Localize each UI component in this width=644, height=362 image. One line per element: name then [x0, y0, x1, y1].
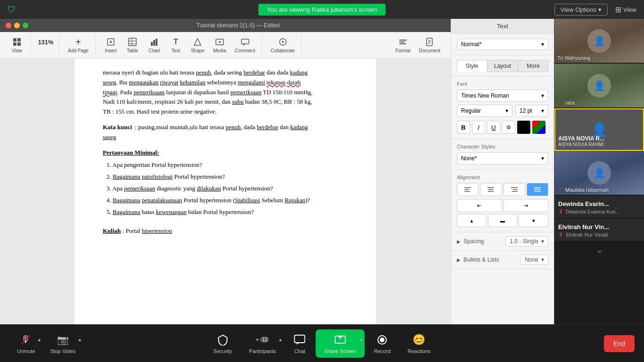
chat-button[interactable]: Chat [286, 329, 314, 358]
tab-more[interactable]: More [518, 60, 548, 72]
svg-point-44 [380, 337, 385, 342]
top-bar-left: 🛡 [8, 5, 17, 14]
format-button[interactable]: Format [392, 35, 414, 55]
bottom-toolbar: 🎙 Unmute ▲ 📷 Stop Video ▲ [0, 324, 644, 362]
participant-card[interactable]: 👤 🎙 Maulidia Istiqomah [554, 151, 644, 196]
name-card-sub: 🎙 Dewinda Evarina Kus... [558, 208, 640, 215]
toolbar-insert-group: Insert Table Chart T Text [98, 35, 262, 55]
top-bar-right: View Options ▾ ⊞ View [554, 4, 636, 16]
strikethrough-button[interactable]: ⚙ [502, 121, 515, 134]
spacing-dropdown[interactable]: 1.0 - Single ▾ [505, 236, 548, 247]
insert-button[interactable]: Insert [100, 35, 121, 55]
align-center-button[interactable] [480, 183, 502, 196]
collaborate-button[interactable]: Collaborate [267, 35, 298, 55]
minimize-window-button[interactable] [14, 23, 20, 28]
text-bottom-button[interactable]: ▼ [519, 214, 548, 227]
comment-button[interactable]: Comment [231, 35, 259, 55]
add-page-icon: + [73, 37, 83, 47]
participants-caret[interactable]: ▲ [276, 333, 285, 346]
participant-card[interactable]: 👤 🎙 rara [554, 64, 644, 108]
align-left-button[interactable] [457, 183, 479, 196]
bullets-toggle[interactable]: ▶ Bullets & Lists None ▾ [451, 251, 554, 269]
font-name-dropdown[interactable]: Times New Roman ▾ [457, 90, 548, 102]
participant-card[interactable]: 👤 Tri Wahyuning [554, 19, 644, 64]
style-section: Normal* ▾ [451, 34, 554, 55]
align-justify-button[interactable] [527, 183, 548, 196]
tab-style[interactable]: Style [457, 60, 487, 72]
window-title: Tutorial skenario 2(1-5) — Edited [31, 22, 445, 29]
participants-icon: 12 [256, 333, 269, 346]
font-section: Font Times New Roman ▾ Regular ▾ 12 pt ▾… [451, 76, 554, 139]
view-icon [12, 37, 22, 47]
tab-layout[interactable]: Layout [487, 60, 518, 72]
toolbar-collaborate-group: Collaborate [264, 35, 302, 55]
shape-icon [192, 37, 203, 47]
underline-button[interactable]: U [487, 121, 500, 134]
indent-increase-button[interactable]: ⇥ [504, 199, 549, 212]
share-screen-caret[interactable]: ▲ [357, 333, 365, 346]
indent-decrease-button[interactable]: ⇤ [457, 199, 502, 212]
mute-indicator: 🎙 [557, 100, 562, 106]
text-toolbar-button[interactable]: T Text [165, 35, 186, 55]
add-page-button[interactable]: + Add Page [64, 35, 92, 55]
security-button[interactable]: Security [206, 329, 240, 358]
media-button[interactable]: Media [209, 35, 230, 55]
zoom-button[interactable]: 131% 131% [35, 35, 56, 55]
chart-button[interactable]: Chart [144, 35, 165, 55]
list-item: 1. Apa pengertian Portal hypertension? [107, 160, 348, 170]
svg-marker-16 [219, 41, 222, 43]
active-participant-subname: AISYA NOVIA RAHMI [558, 142, 640, 147]
shape-button[interactable]: Shape [187, 35, 208, 55]
record-button[interactable]: Record [366, 329, 398, 358]
text-color-swatch[interactable] [517, 121, 530, 134]
zoom-icon: 131% [41, 37, 51, 47]
doc-page[interactable]: merasa nyeri di bagian ulu hati terasa p… [74, 58, 376, 324]
document-icon [424, 37, 435, 47]
document-button[interactable]: Document [415, 35, 444, 55]
font-style-dropdown[interactable]: Regular ▾ [457, 105, 512, 117]
align-right-button[interactable] [504, 183, 525, 196]
participant-card-active[interactable]: 👤 AISYA NOVIA R... AISYA NOVIA RAHMI [554, 108, 644, 151]
comment-icon [240, 37, 250, 47]
name-card-title: Dewinda Evarin... [558, 200, 640, 207]
chevron-down-icon: ⌄ [596, 245, 603, 255]
table-button[interactable]: Table [122, 35, 143, 55]
view-options-button[interactable]: View Options ▾ [554, 4, 608, 16]
participant-name-card[interactable]: Elvitrah Nur Vin... 🎙 Elvitrah Nur Vinsk… [554, 219, 644, 242]
participants-count-badge: 12 [260, 337, 269, 343]
end-button[interactable]: End [604, 335, 635, 352]
view-toolbar-button[interactable]: View [7, 35, 27, 55]
close-window-button[interactable] [6, 23, 11, 28]
font-size-dropdown[interactable]: 12 pt ▾ [515, 105, 548, 117]
bold-button[interactable]: B [457, 121, 470, 134]
participants-group: 12 Participants ▲ [241, 329, 283, 358]
bullets-dropdown[interactable]: None ▾ [520, 255, 548, 265]
char-styles-dropdown[interactable]: None* ▾ [457, 152, 548, 165]
svg-rect-13 [156, 39, 157, 46]
maximize-window-button[interactable] [23, 23, 28, 28]
chat-icon [293, 333, 306, 346]
participant-name-card[interactable]: Dewinda Evarin... 🎙 Dewinda Evarina Kus.… [554, 196, 644, 219]
text-color-multi-swatch[interactable] [532, 121, 545, 134]
toolbar-view-group: View [4, 35, 31, 55]
indent-row: ⇤ ⇥ [457, 199, 548, 212]
stop-video-caret[interactable]: ▲ [75, 333, 84, 346]
text-top-button[interactable]: ▲ [457, 214, 487, 227]
collaborate-icon [278, 37, 288, 47]
reactions-icon: 😊 [413, 333, 426, 346]
doc-kuliah: Kuliah : Portal hipertension [103, 226, 348, 236]
chart-icon [149, 37, 159, 47]
italic-button[interactable]: I [472, 121, 485, 134]
svg-rect-17 [241, 39, 249, 44]
spacing-toggle[interactable]: ▶ Spacing 1.0 - Single ▾ [451, 232, 554, 251]
active-participant-name: AISYA NOVIA R... [558, 135, 640, 142]
view-button[interactable]: ⊞ View [615, 5, 636, 14]
list-item: 4. Bagaimana penatalaksanaan Portal hype… [107, 196, 348, 206]
text-middle-button[interactable]: ▬ [488, 214, 518, 227]
participant-name: 🎙 Maulidia Istiqomah [557, 187, 609, 193]
video-camera-icon: 📷 [56, 333, 69, 346]
scroll-down-button[interactable]: ⌄ [554, 242, 644, 258]
style-dropdown[interactable]: Normal* ▾ [457, 39, 548, 50]
svg-marker-14 [194, 39, 201, 45]
reactions-button[interactable]: 😊 Reactions [400, 329, 438, 358]
